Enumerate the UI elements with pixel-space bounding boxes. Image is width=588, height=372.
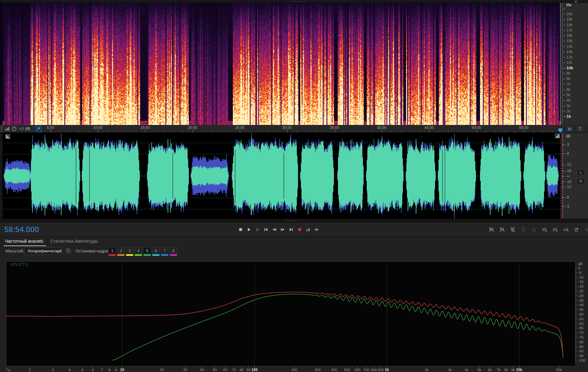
amplitude-tick-label: -12 [566,185,571,189]
ruler-minor-tick [401,131,401,132]
zoom-out-vertical-button[interactable] [499,227,505,232]
freq-tick-label: 200 [292,368,297,372]
skip-selection-button[interactable] [314,227,319,232]
zoom-out-horizontal-button[interactable] [521,227,526,232]
ruler-major-tick [335,130,335,132]
zoom-reset-button[interactable] [531,227,537,232]
frequency-tick-label: 4k [566,98,571,103]
frequency-tick [563,25,565,25]
ruler-minor-tick [174,131,174,132]
ruler-minor-tick [126,131,126,132]
ruler-minor-tick [249,131,250,132]
ruler-time-label: 40:00 [374,126,390,130]
frequency-tick-label: 3k [566,103,571,108]
zoom-full-button[interactable] [584,227,588,232]
frequency-tick [563,100,565,101]
snap-toggle-button[interactable] [566,125,573,132]
amplitude-tick-label: -18 [566,180,571,184]
waveform-display[interactable] [2,133,561,219]
ruler-major-tick [524,130,524,132]
selection-corner-grip-right[interactable] [555,133,560,138]
db-tick-label: -15 [578,280,584,284]
frequency-tick-label: 8k [566,76,571,81]
frequency-tick-label: 1k [566,114,571,119]
frequency-unit-label: Hz [566,2,571,7]
freq-tick-label: 40 [200,368,204,372]
waveform-playhead-line[interactable] [560,133,561,219]
frequency-tick [563,57,565,57]
ruler-time-label: 55:00 [516,126,532,130]
amplitude-minor-ticks [562,133,563,219]
frequency-tick-label: 19k [566,17,572,22]
db-tick-label: -45 [578,308,584,311]
ruler-minor-tick [202,131,202,132]
ruler-minor-tick [296,131,297,132]
freq-tick-label: 10k [516,368,522,372]
ruler-minor-tick [107,131,108,132]
panel-collapse-arrow-icon[interactable] [574,1,577,3]
spectrogram-display[interactable] [2,3,561,125]
freq-tick-label: 90 [247,368,251,372]
db-axis-unit: дБ [578,262,583,265]
freq-tick-label: 600 [355,368,360,372]
zoom-selection-button[interactable]: {} [563,227,568,232]
frequency-analysis-chart[interactable]: 0-5-10-15-20-25-30-35-40-45-50-55-60-65-… [0,237,588,372]
freq-tick-label: 4 [68,368,71,372]
zoom-in-vertical-button[interactable] [489,227,494,232]
panel-divider[interactable] [0,0,588,3]
freq-tick-label: 80 [240,368,244,372]
freq-tick-label: 3 [52,368,54,372]
channel-button-r[interactable]: R [577,178,585,184]
zoom-in-point-button[interactable]: { [542,227,547,232]
transport-bar: 58:54.000 {}{} [0,222,588,237]
ruler-minor-tick [136,131,136,132]
fast-forward-button[interactable] [280,227,285,232]
play-button[interactable] [246,227,252,232]
freq-tick-label: 20 [160,368,164,372]
frequency-tick-label: 12k [566,55,572,60]
loop-playback-button[interactable] [305,227,311,232]
zoom-out-point-button[interactable]: } [552,227,558,232]
divider-handle[interactable] [293,1,305,2]
ruler-minor-tick [505,131,505,132]
analysis-panel: Частотный анализ Статистика Амплитуды Ма… [0,237,588,372]
amplitude-tick [562,197,565,198]
horizontal-scrollbar[interactable] [0,219,588,222]
freq-tick-label: 3k [448,368,452,372]
zoom-in-horizontal-button[interactable] [510,227,515,232]
channel-button-l[interactable]: L [577,170,585,176]
timecode-display[interactable]: 58:54.000 [4,225,39,234]
freq-axis-unit: Гц [6,368,10,372]
skip-to-start-button[interactable] [263,227,268,232]
time-ruler[interactable]: 5:0010:0015:0020:0025:0030:0035:0040:004… [2,125,561,133]
skip-to-end-button[interactable] [288,227,294,232]
rewind-button[interactable] [272,227,277,232]
ruler-major-tick [145,130,145,132]
db-tick-label: -20 [578,285,584,288]
selection-corner-grip-left[interactable] [6,134,10,139]
ruler-minor-tick [259,131,259,132]
frequency-scale[interactable]: Hz 20k19k18k17k16k15k14k13k12k11k10k9k8k… [562,0,588,125]
amplitude-tick-label: -12 [566,162,571,167]
spectral-display-panel: Hz 20k19k18k17k16k15k14k13k12k11k10k9k8k… [0,0,588,125]
ruler-major-tick [382,130,382,132]
scrollbar-handle[interactable] [286,220,298,221]
amplitude-tick [562,176,565,176]
freq-tick-label: 2k [425,368,429,372]
zoom-time-button[interactable] [574,227,579,232]
db-tick-label: -95 [578,354,584,358]
stop-button[interactable] [238,227,243,232]
ruler-time-label: 35:00 [327,126,342,130]
amplitude-scale[interactable]: dB -3-6-12-18-∞-18-12-6-3 [562,133,588,219]
freq-tick-label: 10 [120,368,125,372]
pause-button[interactable] [255,227,260,232]
marker-pin-button[interactable] [576,125,584,132]
amplitude-tick [562,165,565,165]
ruler-minor-tick [420,131,420,132]
freq-tick-label: 700 [363,368,369,372]
ruler-time-label: 45:00 [421,126,437,130]
ruler-minor-tick [344,131,344,132]
record-button[interactable] [297,227,302,232]
freq-tick-label: 800 [371,368,377,372]
chart-plot-area[interactable] [6,261,575,366]
